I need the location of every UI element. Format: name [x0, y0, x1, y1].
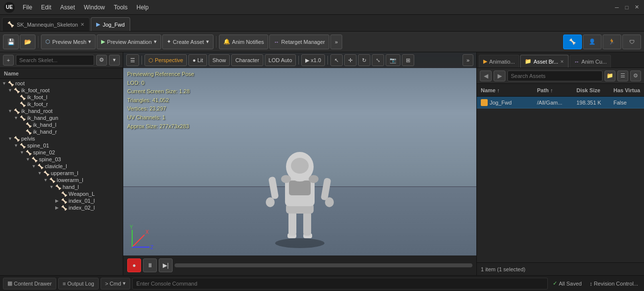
- tree-label-weapon-l: Weapon_L: [69, 191, 95, 197]
- skeleton-tree: ▼ 🦴 root ▼ 🦴 ik_foot_root 🦴 ik_foot_l: [0, 79, 123, 275]
- has-virtual-column-header[interactable]: Has Virtua: [609, 87, 644, 93]
- menu-file[interactable]: File: [19, 3, 36, 12]
- tree-item-root[interactable]: ▼ 🦴 root: [0, 80, 123, 87]
- tree-item-ik-hand-l[interactable]: 🦴 ik_hand_l: [0, 121, 123, 128]
- tree-item-weapon-l[interactable]: 🦴 Weapon_L: [0, 190, 123, 197]
- perspective-button[interactable]: ⬡ Perspective: [144, 54, 187, 66]
- output-log-button[interactable]: ≡ Output Log: [58, 278, 99, 290]
- menu-asset[interactable]: Asset: [56, 3, 79, 12]
- bone-icon-ik-hand-gun: 🦴: [20, 115, 26, 121]
- add-bone-button[interactable]: +: [3, 55, 14, 66]
- asset-search-input[interactable]: [507, 71, 603, 81]
- menu-help[interactable]: Help: [133, 3, 153, 12]
- viewport-more-button[interactable]: »: [463, 54, 473, 66]
- disk-size-column-header[interactable]: Disk Size: [572, 87, 609, 93]
- tab-animation[interactable]: ▶ Animatio...: [479, 55, 519, 68]
- play-anim-button[interactable]: ▶ x1.0: [301, 54, 325, 66]
- record-button[interactable]: ●: [127, 258, 141, 272]
- asset-browser-tab-close[interactable]: ✕: [560, 59, 564, 64]
- revision-control-status[interactable]: ↕ Revision Control...: [587, 281, 641, 287]
- maximize-button[interactable]: □: [623, 4, 630, 11]
- tree-item-spine-02[interactable]: ▼ 🦴 spine_02: [0, 149, 123, 156]
- tree-item-ik-hand-root[interactable]: ▼ 🦴 ik_hand_root: [0, 108, 123, 114]
- viewport[interactable]: ☰ ⬡ Perspective ● Lit Show Character LOD…: [123, 52, 476, 275]
- forward-button[interactable]: ▶: [494, 71, 505, 81]
- tree-item-pelvis[interactable]: ▼ 🦴 pelvis: [0, 135, 123, 142]
- move-button[interactable]: ✛: [344, 54, 357, 66]
- menu-window[interactable]: Window: [80, 3, 109, 12]
- create-asset-button[interactable]: ✦ Create Asset ▾: [162, 35, 214, 49]
- scale-button[interactable]: ⤡: [372, 54, 384, 66]
- cmd-button[interactable]: > Cmd ▾: [101, 278, 130, 290]
- tree-arrow-ik-hand-gun: ▼: [14, 115, 20, 120]
- lod-button[interactable]: LOD Auto: [265, 54, 296, 66]
- tab-jog-fwd[interactable]: ▶ Jog_Fwd: [91, 17, 130, 31]
- tree-item-lowerarm-l[interactable]: ▼ 🦴 lowerarm_l: [0, 177, 123, 183]
- console-input[interactable]: [132, 278, 548, 290]
- pause-button[interactable]: ⏸: [143, 258, 157, 272]
- tree-item-ik-foot-r[interactable]: 🦴 ik_foot_r: [0, 101, 123, 108]
- anim-notifies-button[interactable]: 🔔 Anim Notifies: [219, 35, 269, 49]
- svg-rect-7: [289, 181, 311, 195]
- search-skeleton-input[interactable]: [16, 55, 94, 66]
- asset-filter-button[interactable]: ☰: [617, 71, 628, 81]
- save-button[interactable]: 💾: [3, 35, 19, 49]
- asset-list: Jog_Fwd /All/Gam... 198.351 K False: [477, 97, 644, 262]
- tree-item-ik-hand-gun[interactable]: ▼ 🦴 ik_hand_gun: [0, 114, 123, 121]
- tree-item-ik-hand-r[interactable]: 🦴 ik_hand_r: [0, 128, 123, 135]
- create-asset-icon: ✦: [167, 38, 171, 45]
- grid-button[interactable]: ⊞: [402, 54, 414, 66]
- tree-item-upperarm-l[interactable]: ▼ 🦴 upperarm_l: [0, 170, 123, 177]
- bone-icon-index-01-l: 🦴: [61, 198, 67, 204]
- next-frame-button[interactable]: ▶|: [159, 258, 173, 272]
- tab-sk-mannequin-close[interactable]: ✕: [80, 22, 84, 27]
- asset-folder-button[interactable]: 📁: [605, 71, 615, 81]
- minimize-button[interactable]: ─: [613, 4, 620, 11]
- character-button[interactable]: Character: [231, 54, 263, 66]
- rotate-button[interactable]: ↻: [358, 54, 370, 66]
- skeleton-button[interactable]: 🦴: [563, 35, 582, 49]
- content-drawer-button[interactable]: ▦ Content Drawer: [3, 278, 56, 290]
- open-button[interactable]: 📂: [20, 35, 36, 49]
- tree-label-lowerarm-l: lowerarm_l: [57, 177, 83, 183]
- camera-button[interactable]: 📷: [386, 54, 400, 66]
- tree-item-ik-foot-l[interactable]: 🦴 ik_foot_l: [0, 94, 123, 101]
- retarget-button[interactable]: 👤: [583, 35, 602, 49]
- tab-anim-cu[interactable]: ↔ Anim Cu...: [570, 55, 611, 68]
- preview-mesh-button[interactable]: ⬡ Preview Mesh ▾: [41, 35, 96, 49]
- tree-item-spine-01[interactable]: ▼ 🦴 spine_01: [0, 142, 123, 149]
- path-column-header[interactable]: Path ↑: [533, 87, 572, 93]
- name-column-header[interactable]: Name ↑: [477, 87, 533, 93]
- close-button[interactable]: ✕: [633, 4, 640, 11]
- select-mode-button[interactable]: ↖: [330, 54, 343, 66]
- menu-edit[interactable]: Edit: [37, 3, 55, 12]
- asset-settings-button[interactable]: ⚙: [630, 71, 641, 81]
- tab-sk-mannequin[interactable]: 🦴 SK_Mannequin_Skeleton ✕: [2, 17, 90, 31]
- tree-arrow-spine-02: ▼: [20, 150, 26, 155]
- expand-button[interactable]: ▾: [109, 55, 120, 66]
- tree-item-ik-foot-root[interactable]: ▼ 🦴 ik_foot_root: [0, 87, 123, 94]
- all-saved-status[interactable]: ✓ All Saved: [550, 280, 584, 287]
- tree-label-ik-foot-root: ik_foot_root: [21, 87, 49, 93]
- tree-item-clavicle-l[interactable]: ▼ 🦴 clavicle_l: [0, 163, 123, 170]
- viewport-menu-button[interactable]: ☰: [126, 54, 139, 66]
- settings-button[interactable]: ⚙: [96, 55, 107, 66]
- tree-item-index-02-l[interactable]: ▶ 🦴 index_02_l: [0, 204, 123, 211]
- asset-row-jog-fwd[interactable]: Jog_Fwd /All/Gam... 198.351 K False: [477, 97, 644, 109]
- back-button[interactable]: ◀: [480, 71, 492, 81]
- menu-tools[interactable]: Tools: [110, 3, 132, 12]
- show-button[interactable]: Show: [209, 54, 230, 66]
- settings-toolbar-button[interactable]: 🛡: [622, 35, 641, 49]
- retarget-manager-button[interactable]: ↔ Retarget Manager: [269, 35, 329, 49]
- tree-item-hand-l[interactable]: ▼ 🦴 hand_l: [0, 183, 123, 190]
- tab-asset-browser[interactable]: 📁 Asset Br... ✕: [520, 55, 569, 68]
- more-toolbar-button[interactable]: »: [330, 35, 342, 49]
- tree-item-index-01-l[interactable]: ▶ 🦴 index_01_l: [0, 197, 123, 204]
- playbar-track[interactable]: [175, 263, 472, 267]
- statusbar: ▦ Content Drawer ≡ Output Log > Cmd ▾ ✓ …: [0, 275, 644, 291]
- tree-item-spine-03[interactable]: ▼ 🦴 spine_03: [0, 156, 123, 163]
- preview-animation-button[interactable]: ▶ Preview Animation ▾: [97, 35, 161, 49]
- item-count-label: 1 item (1 selected): [481, 266, 525, 272]
- lit-button[interactable]: ● Lit: [188, 54, 207, 66]
- run-button[interactable]: 🏃: [603, 35, 621, 49]
